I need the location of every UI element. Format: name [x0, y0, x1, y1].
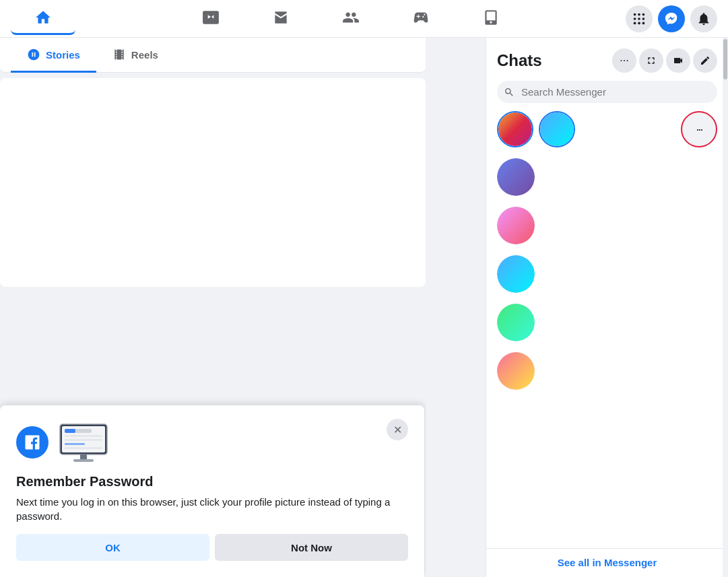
- see-all-messenger-link[interactable]: See all in Messenger: [558, 557, 657, 568]
- chat-item-1[interactable]: [492, 153, 723, 201]
- nav-center: [75, 3, 626, 35]
- svg-point-7: [638, 22, 640, 24]
- chats-more-button[interactable]: ···: [612, 48, 636, 73]
- nav-portal-btn[interactable]: [459, 3, 523, 35]
- top-navigation: [0, 0, 728, 38]
- dialog-header: ✕: [16, 419, 408, 466]
- tab-reels[interactable]: Reels: [96, 38, 174, 73]
- dialog-title: Remember Password: [16, 474, 408, 489]
- dialog-description: Next time you log in on this browser, ju…: [16, 495, 408, 523]
- chat-avatar-2: [497, 207, 535, 244]
- chat-avatar-1: [497, 158, 535, 196]
- svg-rect-17: [80, 454, 87, 460]
- nav-marketplace-btn[interactable]: [249, 3, 313, 35]
- tabs-area: Stories Reels: [0, 38, 426, 73]
- chat-item-5[interactable]: [492, 347, 723, 395]
- tab-stories[interactable]: Stories: [11, 38, 96, 73]
- facebook-logo: [16, 426, 48, 459]
- nav-groups-btn[interactable]: [319, 3, 383, 35]
- svg-point-3: [634, 18, 636, 20]
- story-bubble-1[interactable]: [497, 111, 533, 147]
- chat-item-3[interactable]: [492, 250, 723, 298]
- chat-avatar-4: [497, 304, 535, 341]
- chats-title: Chats: [497, 51, 542, 70]
- dialog-buttons: OK Not Now: [16, 534, 408, 561]
- remember-password-dialog: ✕ Remember Password Next time you log in…: [0, 405, 424, 577]
- nav-right: [626, 5, 717, 32]
- svg-point-5: [642, 18, 645, 20]
- svg-point-1: [638, 13, 640, 15]
- stories-content: [0, 78, 426, 287]
- chat-item-4[interactable]: [492, 298, 723, 347]
- svg-point-4: [638, 18, 640, 20]
- search-icon: [504, 87, 515, 98]
- chats-header: Chats ···: [486, 38, 728, 78]
- see-all-messenger-section: See all in Messenger: [486, 548, 728, 577]
- more-options-dots: ···: [696, 123, 702, 137]
- svg-rect-13: [65, 435, 102, 437]
- chats-scrollbar[interactable]: [723, 38, 728, 577]
- chat-avatar-5: [497, 352, 535, 390]
- svg-point-6: [634, 22, 636, 24]
- svg-rect-15: [65, 443, 85, 445]
- chat-list: [486, 153, 728, 548]
- apps-menu-button[interactable]: [626, 5, 653, 32]
- svg-rect-16: [65, 447, 102, 449]
- reels-tab-label: Reels: [131, 49, 158, 61]
- chats-video-button[interactable]: [666, 48, 690, 73]
- svg-rect-18: [73, 459, 94, 462]
- nav-left: [11, 3, 75, 35]
- svg-rect-12: [65, 429, 75, 433]
- monitor-illustration: [57, 419, 110, 466]
- chats-panel: Chats ··· ···: [486, 38, 728, 577]
- messenger-button[interactable]: [658, 5, 685, 32]
- main-content: Stories Reels: [0, 38, 426, 577]
- scrollbar-thumb: [723, 39, 727, 79]
- chat-avatar-3: [497, 255, 535, 293]
- svg-point-0: [634, 13, 636, 15]
- chats-expand-button[interactable]: [639, 48, 663, 73]
- dialog-close-button[interactable]: ✕: [387, 419, 408, 440]
- chat-item-2[interactable]: [492, 201, 723, 250]
- ok-button[interactable]: OK: [16, 534, 209, 561]
- chats-header-icons: ···: [612, 48, 717, 73]
- dialog-icons: [16, 419, 110, 466]
- story-bubbles: ···: [486, 111, 728, 153]
- svg-point-8: [642, 22, 645, 24]
- search-wrapper: [497, 81, 717, 103]
- nav-home-btn[interactable]: [11, 3, 75, 35]
- svg-rect-14: [65, 439, 102, 441]
- notifications-button[interactable]: [690, 5, 717, 32]
- not-now-button[interactable]: Not Now: [215, 534, 408, 561]
- nav-watch-btn[interactable]: [178, 3, 243, 35]
- chats-new-message-button[interactable]: [693, 48, 717, 73]
- svg-point-2: [642, 13, 645, 15]
- story-more-button[interactable]: ···: [681, 111, 717, 147]
- stories-tab-label: Stories: [46, 49, 80, 61]
- search-messenger-input[interactable]: [497, 81, 717, 103]
- story-bubble-2[interactable]: [539, 111, 575, 147]
- nav-gaming-btn[interactable]: [389, 3, 453, 35]
